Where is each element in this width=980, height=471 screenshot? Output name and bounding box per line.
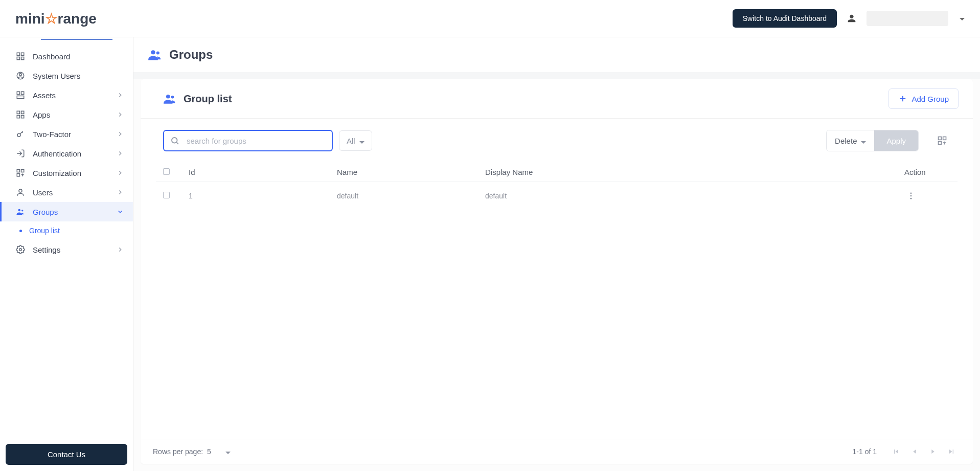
chevron-right-icon: [117, 246, 124, 253]
svg-rect-14: [17, 169, 19, 172]
row-checkbox[interactable]: [163, 192, 170, 198]
groups-icon: [15, 207, 26, 216]
sidebar-item-groups[interactable]: Groups: [0, 202, 133, 221]
chevron-right-icon: [117, 130, 124, 138]
view-grid-button[interactable]: [934, 132, 950, 149]
row-actions-button[interactable]: [904, 189, 918, 203]
svg-point-34: [910, 198, 912, 199]
sidebar-item-apps[interactable]: Apps: [0, 105, 133, 124]
sidebar-label: Users: [33, 188, 53, 197]
apps-icon: [15, 110, 26, 119]
chevron-right-icon: [117, 169, 124, 176]
triangle-down-icon: [861, 137, 866, 145]
svg-point-22: [156, 51, 159, 54]
sidebar-label: Settings: [33, 245, 60, 254]
delete-label: Delete: [835, 137, 857, 145]
svg-rect-29: [939, 137, 942, 140]
svg-point-5: [19, 74, 22, 76]
chevron-down-icon: [117, 208, 124, 215]
rows-per-page-label: Rows per page:: [153, 447, 203, 456]
sidebar-subitem-group-list[interactable]: Group list: [0, 221, 133, 240]
add-group-button[interactable]: Add Group: [888, 88, 959, 109]
logo[interactable]: mini☆range: [15, 10, 97, 27]
th-display-name: Display Name: [485, 168, 904, 176]
user-menu[interactable]: [867, 11, 948, 26]
switch-dashboard-button[interactable]: Switch to Audit Dashboard: [733, 9, 837, 28]
svg-rect-8: [17, 96, 24, 99]
customization-icon: [15, 168, 26, 177]
apply-button[interactable]: Apply: [874, 130, 918, 151]
svg-rect-12: [21, 116, 24, 118]
next-page-button[interactable]: [924, 444, 942, 459]
page-title: Groups: [169, 48, 213, 62]
users-icon: [15, 188, 26, 197]
svg-rect-3: [21, 57, 24, 60]
first-page-button[interactable]: [887, 444, 905, 459]
sidebar-label: Apps: [33, 110, 50, 119]
select-all-checkbox[interactable]: [163, 168, 170, 175]
user-icon: [846, 13, 857, 24]
chevron-right-icon: [117, 189, 124, 196]
prev-page-button[interactable]: [905, 444, 924, 459]
svg-point-17: [19, 189, 22, 192]
svg-point-20: [19, 249, 22, 251]
sidebar-item-authentication[interactable]: Authentication: [0, 144, 133, 163]
th-action: Action: [904, 168, 950, 176]
sidebar-label: Authentication: [33, 149, 81, 158]
sidebar-item-system-users[interactable]: System Users: [0, 66, 133, 85]
sidebar-label: Groups: [33, 208, 58, 216]
svg-rect-2: [17, 57, 19, 60]
svg-point-32: [910, 192, 912, 194]
card-footer: Rows per page: 5 1-1 of 1: [141, 439, 973, 464]
sidebar-item-assets[interactable]: Assets: [0, 85, 133, 105]
table-header: Id Name Display Name Action: [156, 163, 958, 182]
main-content: Groups Group list Add Group: [133, 37, 980, 471]
sidebar: Dashboard System Users Assets Apps Two-F…: [0, 37, 133, 471]
plus-icon: [898, 94, 907, 103]
delete-dropdown[interactable]: Delete: [827, 130, 874, 151]
authentication-icon: [15, 149, 26, 158]
sidebar-item-users[interactable]: Users: [0, 183, 133, 202]
user-menu-caret-icon[interactable]: [960, 15, 965, 21]
triangle-down-icon: [359, 137, 364, 145]
page-header: Groups: [133, 37, 980, 72]
chevron-right-icon: [117, 111, 124, 118]
filter-all-dropdown[interactable]: All: [339, 130, 372, 151]
svg-rect-1: [21, 53, 24, 55]
svg-point-21: [151, 50, 155, 54]
svg-line-28: [176, 142, 178, 144]
rows-per-page-select[interactable]: 5: [207, 447, 231, 456]
contact-us-button[interactable]: Contact Us: [6, 444, 127, 465]
svg-point-33: [910, 195, 912, 197]
cell-display-name: default: [485, 192, 904, 200]
sidebar-item-customization[interactable]: Customization: [0, 163, 133, 183]
add-group-label: Add Group: [911, 95, 949, 103]
svg-rect-10: [21, 111, 24, 114]
svg-rect-6: [17, 92, 19, 94]
sidebar-item-two-factor[interactable]: Two-Factor: [0, 124, 133, 144]
sidebar-label: Customization: [33, 169, 81, 177]
header-right: Switch to Audit Dashboard: [733, 9, 965, 28]
chevron-right-icon: [117, 150, 124, 157]
svg-rect-15: [21, 169, 24, 172]
sidebar-label: Two-Factor: [33, 130, 71, 139]
sidebar-label: Assets: [33, 91, 56, 100]
search-input[interactable]: [163, 130, 333, 151]
svg-point-23: [166, 95, 170, 99]
last-page-button[interactable]: [942, 444, 961, 459]
cell-name: default: [337, 192, 485, 200]
card-header: Group list Add Group: [141, 79, 973, 119]
sidebar-label: System Users: [33, 72, 80, 80]
sidebar-item-settings[interactable]: Settings: [0, 240, 133, 259]
svg-point-13: [17, 133, 20, 137]
search-icon: [170, 136, 179, 145]
chevron-right-icon: [117, 92, 124, 99]
table-row: 1 default default: [156, 182, 958, 210]
groups-icon: [148, 48, 162, 62]
svg-point-24: [171, 96, 174, 99]
groups-icon: [163, 92, 176, 105]
group-list-card: Group list Add Group All D: [141, 79, 973, 464]
toolbar: All Delete Apply: [141, 119, 973, 163]
sidebar-sub-label: Group list: [29, 227, 60, 235]
sidebar-item-dashboard[interactable]: Dashboard: [0, 47, 133, 66]
